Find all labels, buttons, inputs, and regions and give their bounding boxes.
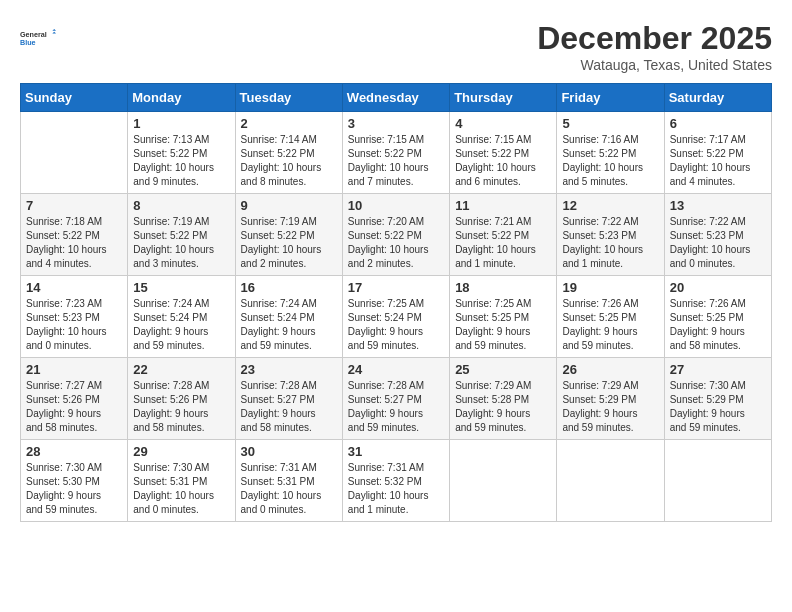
calendar-cell: 14Sunrise: 7:23 AMSunset: 5:23 PMDayligh… bbox=[21, 276, 128, 358]
day-number: 20 bbox=[670, 280, 766, 295]
calendar-cell: 15Sunrise: 7:24 AMSunset: 5:24 PMDayligh… bbox=[128, 276, 235, 358]
logo-svg: General Blue bbox=[20, 20, 56, 56]
calendar-cell: 27Sunrise: 7:30 AMSunset: 5:29 PMDayligh… bbox=[664, 358, 771, 440]
calendar-cell: 8Sunrise: 7:19 AMSunset: 5:22 PMDaylight… bbox=[128, 194, 235, 276]
calendar-cell: 31Sunrise: 7:31 AMSunset: 5:32 PMDayligh… bbox=[342, 440, 449, 522]
day-number: 1 bbox=[133, 116, 229, 131]
calendar-cell: 22Sunrise: 7:28 AMSunset: 5:26 PMDayligh… bbox=[128, 358, 235, 440]
weekday-header-tuesday: Tuesday bbox=[235, 84, 342, 112]
calendar-cell: 1Sunrise: 7:13 AMSunset: 5:22 PMDaylight… bbox=[128, 112, 235, 194]
day-info: Sunrise: 7:27 AMSunset: 5:26 PMDaylight:… bbox=[26, 379, 122, 435]
day-info: Sunrise: 7:19 AMSunset: 5:22 PMDaylight:… bbox=[241, 215, 337, 271]
calendar-cell: 4Sunrise: 7:15 AMSunset: 5:22 PMDaylight… bbox=[450, 112, 557, 194]
day-info: Sunrise: 7:21 AMSunset: 5:22 PMDaylight:… bbox=[455, 215, 551, 271]
day-info: Sunrise: 7:26 AMSunset: 5:25 PMDaylight:… bbox=[562, 297, 658, 353]
day-info: Sunrise: 7:26 AMSunset: 5:25 PMDaylight:… bbox=[670, 297, 766, 353]
day-number: 28 bbox=[26, 444, 122, 459]
calendar-cell: 7Sunrise: 7:18 AMSunset: 5:22 PMDaylight… bbox=[21, 194, 128, 276]
day-number: 18 bbox=[455, 280, 551, 295]
day-info: Sunrise: 7:15 AMSunset: 5:22 PMDaylight:… bbox=[455, 133, 551, 189]
weekday-header-friday: Friday bbox=[557, 84, 664, 112]
calendar-cell: 17Sunrise: 7:25 AMSunset: 5:24 PMDayligh… bbox=[342, 276, 449, 358]
day-info: Sunrise: 7:31 AMSunset: 5:31 PMDaylight:… bbox=[241, 461, 337, 517]
day-info: Sunrise: 7:25 AMSunset: 5:24 PMDaylight:… bbox=[348, 297, 444, 353]
calendar-cell bbox=[21, 112, 128, 194]
day-info: Sunrise: 7:29 AMSunset: 5:28 PMDaylight:… bbox=[455, 379, 551, 435]
day-number: 17 bbox=[348, 280, 444, 295]
weekday-header-saturday: Saturday bbox=[664, 84, 771, 112]
day-info: Sunrise: 7:20 AMSunset: 5:22 PMDaylight:… bbox=[348, 215, 444, 271]
calendar-cell: 5Sunrise: 7:16 AMSunset: 5:22 PMDaylight… bbox=[557, 112, 664, 194]
day-info: Sunrise: 7:16 AMSunset: 5:22 PMDaylight:… bbox=[562, 133, 658, 189]
day-number: 9 bbox=[241, 198, 337, 213]
calendar-cell: 11Sunrise: 7:21 AMSunset: 5:22 PMDayligh… bbox=[450, 194, 557, 276]
day-number: 5 bbox=[562, 116, 658, 131]
day-info: Sunrise: 7:30 AMSunset: 5:31 PMDaylight:… bbox=[133, 461, 229, 517]
calendar-cell: 20Sunrise: 7:26 AMSunset: 5:25 PMDayligh… bbox=[664, 276, 771, 358]
weekday-header-sunday: Sunday bbox=[21, 84, 128, 112]
day-info: Sunrise: 7:14 AMSunset: 5:22 PMDaylight:… bbox=[241, 133, 337, 189]
calendar-cell: 21Sunrise: 7:27 AMSunset: 5:26 PMDayligh… bbox=[21, 358, 128, 440]
day-info: Sunrise: 7:31 AMSunset: 5:32 PMDaylight:… bbox=[348, 461, 444, 517]
location: Watauga, Texas, United States bbox=[537, 57, 772, 73]
day-number: 6 bbox=[670, 116, 766, 131]
calendar-cell: 19Sunrise: 7:26 AMSunset: 5:25 PMDayligh… bbox=[557, 276, 664, 358]
weekday-header-row: SundayMondayTuesdayWednesdayThursdayFrid… bbox=[21, 84, 772, 112]
day-number: 14 bbox=[26, 280, 122, 295]
day-number: 16 bbox=[241, 280, 337, 295]
calendar-cell: 28Sunrise: 7:30 AMSunset: 5:30 PMDayligh… bbox=[21, 440, 128, 522]
day-number: 8 bbox=[133, 198, 229, 213]
day-number: 13 bbox=[670, 198, 766, 213]
day-number: 3 bbox=[348, 116, 444, 131]
day-info: Sunrise: 7:28 AMSunset: 5:26 PMDaylight:… bbox=[133, 379, 229, 435]
calendar-cell: 29Sunrise: 7:30 AMSunset: 5:31 PMDayligh… bbox=[128, 440, 235, 522]
day-info: Sunrise: 7:28 AMSunset: 5:27 PMDaylight:… bbox=[348, 379, 444, 435]
day-number: 27 bbox=[670, 362, 766, 377]
week-row-5: 28Sunrise: 7:30 AMSunset: 5:30 PMDayligh… bbox=[21, 440, 772, 522]
day-info: Sunrise: 7:30 AMSunset: 5:29 PMDaylight:… bbox=[670, 379, 766, 435]
day-number: 10 bbox=[348, 198, 444, 213]
page-header: General Blue December 2025 Watauga, Texa… bbox=[20, 20, 772, 73]
calendar-cell: 2Sunrise: 7:14 AMSunset: 5:22 PMDaylight… bbox=[235, 112, 342, 194]
day-number: 26 bbox=[562, 362, 658, 377]
calendar-cell: 10Sunrise: 7:20 AMSunset: 5:22 PMDayligh… bbox=[342, 194, 449, 276]
calendar-cell: 12Sunrise: 7:22 AMSunset: 5:23 PMDayligh… bbox=[557, 194, 664, 276]
calendar-cell: 9Sunrise: 7:19 AMSunset: 5:22 PMDaylight… bbox=[235, 194, 342, 276]
calendar-cell: 26Sunrise: 7:29 AMSunset: 5:29 PMDayligh… bbox=[557, 358, 664, 440]
calendar-cell bbox=[664, 440, 771, 522]
week-row-4: 21Sunrise: 7:27 AMSunset: 5:26 PMDayligh… bbox=[21, 358, 772, 440]
weekday-header-wednesday: Wednesday bbox=[342, 84, 449, 112]
day-number: 22 bbox=[133, 362, 229, 377]
day-info: Sunrise: 7:28 AMSunset: 5:27 PMDaylight:… bbox=[241, 379, 337, 435]
week-row-2: 7Sunrise: 7:18 AMSunset: 5:22 PMDaylight… bbox=[21, 194, 772, 276]
calendar-cell: 18Sunrise: 7:25 AMSunset: 5:25 PMDayligh… bbox=[450, 276, 557, 358]
day-number: 2 bbox=[241, 116, 337, 131]
day-info: Sunrise: 7:19 AMSunset: 5:22 PMDaylight:… bbox=[133, 215, 229, 271]
weekday-header-thursday: Thursday bbox=[450, 84, 557, 112]
calendar-cell: 30Sunrise: 7:31 AMSunset: 5:31 PMDayligh… bbox=[235, 440, 342, 522]
day-info: Sunrise: 7:24 AMSunset: 5:24 PMDaylight:… bbox=[133, 297, 229, 353]
day-info: Sunrise: 7:22 AMSunset: 5:23 PMDaylight:… bbox=[670, 215, 766, 271]
day-info: Sunrise: 7:25 AMSunset: 5:25 PMDaylight:… bbox=[455, 297, 551, 353]
svg-text:Blue: Blue bbox=[20, 38, 36, 47]
day-number: 21 bbox=[26, 362, 122, 377]
day-info: Sunrise: 7:17 AMSunset: 5:22 PMDaylight:… bbox=[670, 133, 766, 189]
day-number: 4 bbox=[455, 116, 551, 131]
calendar-cell: 24Sunrise: 7:28 AMSunset: 5:27 PMDayligh… bbox=[342, 358, 449, 440]
day-number: 7 bbox=[26, 198, 122, 213]
calendar-cell: 3Sunrise: 7:15 AMSunset: 5:22 PMDaylight… bbox=[342, 112, 449, 194]
day-number: 31 bbox=[348, 444, 444, 459]
day-number: 19 bbox=[562, 280, 658, 295]
logo: General Blue bbox=[20, 20, 56, 56]
svg-text:General: General bbox=[20, 30, 47, 39]
svg-marker-2 bbox=[52, 29, 56, 31]
day-number: 29 bbox=[133, 444, 229, 459]
calendar-cell: 23Sunrise: 7:28 AMSunset: 5:27 PMDayligh… bbox=[235, 358, 342, 440]
day-info: Sunrise: 7:15 AMSunset: 5:22 PMDaylight:… bbox=[348, 133, 444, 189]
day-number: 15 bbox=[133, 280, 229, 295]
month-title: December 2025 bbox=[537, 20, 772, 57]
day-number: 30 bbox=[241, 444, 337, 459]
day-info: Sunrise: 7:22 AMSunset: 5:23 PMDaylight:… bbox=[562, 215, 658, 271]
day-number: 25 bbox=[455, 362, 551, 377]
day-number: 12 bbox=[562, 198, 658, 213]
